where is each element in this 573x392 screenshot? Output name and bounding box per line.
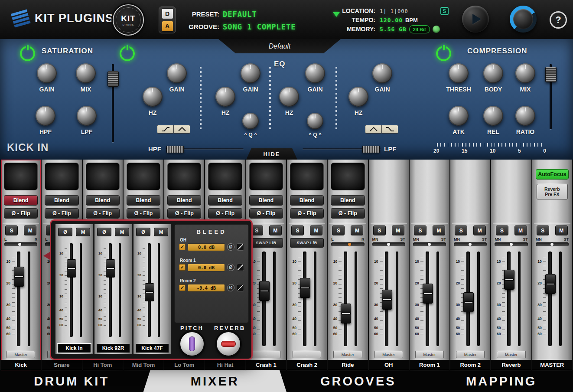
phase-flip-button[interactable]: Ø - Flip bbox=[45, 208, 78, 219]
knob[interactable] bbox=[515, 106, 535, 126]
output-routing-button[interactable]: Master bbox=[415, 351, 444, 358]
knob[interactable] bbox=[449, 106, 469, 126]
analog-badge[interactable]: A bbox=[162, 21, 173, 32]
pan-slider-handle[interactable] bbox=[348, 243, 351, 246]
blend-button[interactable]: Blend bbox=[167, 195, 201, 206]
knob[interactable] bbox=[348, 87, 368, 107]
fader-handle[interactable] bbox=[423, 284, 433, 304]
phase-flip-button[interactable]: Ø - Flip bbox=[4, 208, 38, 219]
phase-flip-button[interactable]: Ø - Flip bbox=[331, 208, 365, 219]
phase-flip-button[interactable]: Ø - Flip bbox=[167, 208, 201, 219]
pan-slider-track[interactable] bbox=[331, 242, 364, 246]
drum-pad[interactable] bbox=[331, 163, 365, 190]
knob[interactable] bbox=[307, 113, 323, 129]
output-routing-button[interactable]: - bbox=[293, 351, 321, 358]
eq-lpf-slider-handle[interactable] bbox=[362, 146, 380, 153]
blend-button[interactable]: Blend bbox=[86, 195, 120, 206]
knob[interactable] bbox=[143, 87, 163, 107]
drum-pad[interactable] bbox=[86, 163, 120, 190]
hide-panel-button[interactable]: HIDE bbox=[246, 148, 297, 160]
knob[interactable] bbox=[215, 87, 235, 107]
bleed-mini-knob-icon[interactable] bbox=[237, 284, 244, 291]
eq-lpf-slider[interactable] bbox=[303, 148, 381, 150]
digital-analog-toggle[interactable]: D A bbox=[159, 7, 176, 33]
output-routing-button[interactable]: Master bbox=[7, 351, 35, 358]
output-routing-button[interactable]: Master bbox=[456, 351, 485, 358]
groove-value[interactable]: SONG 1 COMPLETE bbox=[223, 23, 296, 31]
pan-slider-handle[interactable] bbox=[469, 243, 472, 246]
bleed-enable-checkbox[interactable]: ✓ bbox=[179, 284, 186, 291]
knob[interactable] bbox=[167, 63, 187, 83]
compression-fader-handle[interactable] bbox=[545, 67, 557, 82]
knob[interactable] bbox=[483, 63, 503, 83]
fader-handle[interactable] bbox=[504, 270, 514, 290]
compression-power-button[interactable] bbox=[436, 46, 451, 61]
drum-pad[interactable] bbox=[45, 163, 78, 190]
knob[interactable] bbox=[305, 63, 325, 83]
blend-button[interactable]: Blend bbox=[127, 195, 160, 206]
eq-shelf-shape-button[interactable] bbox=[365, 125, 382, 134]
output-routing-button[interactable]: - bbox=[252, 351, 280, 358]
bleed-level-value[interactable]: 0.0 dB bbox=[188, 264, 225, 271]
phase-flip-button[interactable]: Ø - Flip bbox=[86, 208, 120, 219]
knob[interactable] bbox=[241, 63, 260, 83]
knob[interactable] bbox=[372, 63, 392, 83]
mute-button[interactable]: M bbox=[514, 225, 527, 235]
bit-depth-badge[interactable]: 24 Bit bbox=[409, 25, 430, 33]
reverb-knob[interactable] bbox=[217, 332, 240, 356]
solo-button[interactable]: S bbox=[496, 225, 508, 235]
pan-slider-handle[interactable] bbox=[18, 243, 21, 246]
phase-flip-button[interactable]: Ø - Flip bbox=[127, 208, 160, 219]
pan-slider-track[interactable] bbox=[4, 242, 37, 246]
fader-handle[interactable] bbox=[67, 259, 76, 278]
stereo-width-control[interactable]: MNST bbox=[412, 237, 447, 248]
fader-handle[interactable] bbox=[14, 267, 24, 287]
pitch-knob[interactable] bbox=[180, 332, 204, 356]
mute-button[interactable]: M bbox=[351, 225, 363, 235]
knob[interactable] bbox=[36, 106, 55, 126]
fader-handle[interactable] bbox=[259, 281, 270, 301]
bleed-phase-button[interactable]: Ø bbox=[227, 264, 234, 271]
eq-lowpass-shape-button[interactable] bbox=[382, 125, 398, 134]
mute-button[interactable]: M bbox=[555, 225, 568, 235]
tab-mapping[interactable]: MAPPING bbox=[430, 370, 573, 392]
blend-button[interactable]: Blend bbox=[208, 195, 242, 206]
pan-slider-track[interactable] bbox=[495, 242, 527, 246]
mic-name-button[interactable]: Kick 92R bbox=[97, 344, 130, 353]
blend-button[interactable]: Blend bbox=[290, 195, 324, 206]
help-button[interactable]: ? bbox=[550, 11, 567, 29]
sync-badge[interactable]: S bbox=[440, 7, 449, 15]
solo-button[interactable]: S bbox=[373, 225, 386, 235]
output-routing-button[interactable]: Master bbox=[374, 351, 403, 358]
swap-lr-button[interactable]: SWAP L/R bbox=[290, 238, 324, 248]
fader-handle[interactable] bbox=[341, 304, 351, 323]
fader-handle[interactable] bbox=[300, 278, 310, 298]
saturation-fader-handle[interactable] bbox=[107, 71, 119, 87]
solo-button[interactable]: S bbox=[332, 225, 345, 235]
solo-button[interactable]: S bbox=[455, 225, 467, 235]
bleed-enable-checkbox[interactable]: ✓ bbox=[179, 244, 186, 250]
tab-drum-kit[interactable]: DRUM KIT bbox=[0, 370, 143, 392]
knob[interactable] bbox=[279, 87, 299, 107]
fader-handle[interactable] bbox=[382, 290, 392, 310]
mute-button[interactable]: M bbox=[433, 225, 445, 235]
mute-button[interactable]: M bbox=[473, 225, 486, 235]
pan-control[interactable]: LR bbox=[3, 237, 38, 248]
blend-button[interactable]: Blend bbox=[4, 195, 38, 206]
tab-grooves[interactable]: GROOVES bbox=[286, 370, 430, 392]
pan-slider-handle[interactable] bbox=[387, 243, 390, 246]
mic-name-button[interactable]: Kick 47F bbox=[136, 344, 169, 353]
drum-pad[interactable] bbox=[4, 163, 38, 190]
knob[interactable] bbox=[449, 63, 469, 83]
mute-button[interactable]: M bbox=[392, 225, 404, 235]
digital-badge[interactable]: D bbox=[162, 8, 173, 19]
mute-button[interactable]: M bbox=[115, 228, 129, 236]
mute-button[interactable]: M bbox=[269, 225, 282, 235]
stereo-width-control[interactable]: MNST bbox=[494, 237, 528, 248]
swap-lr-button[interactable]: SWAP L/R bbox=[249, 238, 283, 248]
drum-pad[interactable] bbox=[208, 163, 242, 190]
knob[interactable] bbox=[483, 106, 503, 126]
stereo-width-control[interactable]: MNST bbox=[535, 237, 570, 248]
preset-value[interactable]: DEFAULT bbox=[223, 10, 257, 19]
knob[interactable] bbox=[242, 113, 259, 129]
